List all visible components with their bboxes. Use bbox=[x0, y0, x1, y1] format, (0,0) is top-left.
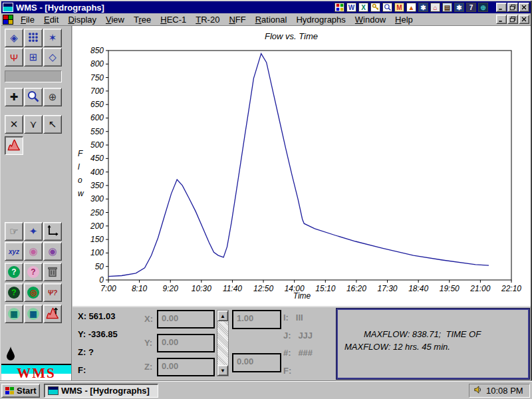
basin-data-button[interactable]: ◉ bbox=[43, 242, 62, 261]
wms-app-icon[interactable] bbox=[3, 3, 13, 12]
xy-axes-button[interactable] bbox=[43, 222, 62, 241]
menu-view[interactable]: View bbox=[101, 14, 129, 25]
excel-icon[interactable]: X bbox=[358, 3, 368, 12]
flag-j: J: JJJ bbox=[283, 331, 313, 340]
xyz-label-z: Z: bbox=[144, 362, 152, 372]
restore-button[interactable] bbox=[507, 15, 518, 24]
menu-tr-20[interactable]: TR-20 bbox=[191, 14, 224, 25]
scatter-points-button[interactable] bbox=[24, 29, 43, 47]
help-box: MAXFLOW: 838.71; TIME OF MAXFLOW: 12 hrs… bbox=[336, 309, 529, 379]
menu-hec-1[interactable]: HEC-1 bbox=[156, 14, 191, 25]
window-controls bbox=[496, 3, 529, 12]
tool-palette: WMS ◈✶Ψ⊞◇✚⊕✕⋎↖☞✦xyz◉◉???◎Ψ?▦▦ bbox=[1, 26, 72, 381]
taskbar-task-wms[interactable]: WMS - [Hydrographs] bbox=[44, 384, 158, 398]
select-vertex-button[interactable]: ✕ bbox=[5, 115, 23, 134]
nav-compass-button[interactable]: ✦ bbox=[24, 222, 43, 241]
svg-text:800: 800 bbox=[90, 59, 104, 68]
network2-icon[interactable]: ✱ bbox=[454, 3, 464, 12]
minimize-button[interactable] bbox=[496, 3, 507, 12]
menu-hydrographs[interactable]: Hydrographs bbox=[291, 14, 350, 25]
menu-rational[interactable]: Rational bbox=[251, 14, 292, 25]
basin-compute-button[interactable]: ◉ bbox=[24, 242, 43, 261]
basin-question-button[interactable]: ? bbox=[24, 263, 43, 281]
key-icon[interactable] bbox=[370, 3, 380, 12]
xyz-edit-button[interactable]: xyz bbox=[5, 242, 23, 261]
select-segment-button[interactable]: ↖ bbox=[43, 115, 62, 134]
close-button[interactable] bbox=[519, 15, 529, 24]
office-shortcut-icon[interactable] bbox=[334, 3, 344, 12]
svg-text:17:30: 17:30 bbox=[378, 284, 398, 293]
xyz-input-y[interactable]: 0.00 bbox=[157, 334, 215, 352]
menu-bar: FileEditDisplayViewTreeHEC-1TR-20NFFRati… bbox=[1, 13, 531, 26]
mesh-plane-button[interactable]: ◇ bbox=[43, 48, 62, 66]
value-scrollbar[interactable]: ▲ ▼ bbox=[217, 310, 229, 376]
runoff-calc-button[interactable]: ▦ bbox=[5, 305, 23, 323]
menu-tree[interactable]: Tree bbox=[129, 14, 156, 25]
media-icon[interactable]: M bbox=[394, 3, 404, 12]
pan-tool-icon: ✚ bbox=[10, 91, 19, 103]
menu-edit[interactable]: Edit bbox=[39, 14, 63, 25]
drainage-tree-button[interactable]: Ψ bbox=[5, 48, 23, 66]
menu-nff[interactable]: NFF bbox=[224, 14, 250, 25]
menu-help[interactable]: Help bbox=[390, 14, 418, 25]
svg-text:300: 300 bbox=[90, 194, 104, 203]
menu-display[interactable]: Display bbox=[63, 14, 101, 25]
xy-axes-icon bbox=[46, 224, 59, 239]
speaker-icon[interactable] bbox=[473, 385, 483, 396]
area-question-icon: ? bbox=[8, 287, 20, 299]
mailbox-icon[interactable]: ⌂ bbox=[430, 3, 440, 12]
rotate-globe-button[interactable]: ⊕ bbox=[43, 88, 62, 106]
tree-question-icon: Ψ? bbox=[48, 289, 57, 297]
interval-top-input[interactable]: 1.00 bbox=[232, 310, 281, 329]
delete-button[interactable] bbox=[43, 263, 62, 281]
zoom-tool-button[interactable] bbox=[24, 88, 43, 106]
zoom-tool-icon bbox=[27, 90, 40, 105]
find-file-icon[interactable] bbox=[382, 3, 392, 12]
select-branch-button[interactable]: ⋎ bbox=[24, 115, 43, 134]
svg-text:100: 100 bbox=[90, 248, 104, 257]
scroll-down-button[interactable]: ▼ bbox=[217, 365, 228, 376]
window-title: WMS - [Hydrographs] bbox=[16, 3, 104, 13]
water-droplet-icon bbox=[5, 346, 16, 364]
network-node-button[interactable]: ✶ bbox=[43, 29, 62, 47]
delete-icon bbox=[46, 265, 59, 280]
basin-compute-icon: ◉ bbox=[29, 245, 37, 257]
restore-button[interactable] bbox=[507, 3, 518, 12]
tin-module-button[interactable]: ◈ bbox=[5, 29, 23, 47]
rotate-globe-icon: ⊕ bbox=[49, 91, 57, 103]
bank-icon[interactable]: ▤ bbox=[442, 3, 452, 12]
network-icon[interactable]: ✱ bbox=[418, 3, 428, 12]
basin-calc-button[interactable]: ▦ bbox=[24, 305, 43, 323]
word-icon[interactable]: W bbox=[346, 3, 356, 12]
xyz-input-z[interactable]: 0.00 bbox=[157, 358, 215, 376]
svg-text:700: 700 bbox=[90, 86, 104, 96]
area-question-button[interactable]: ? bbox=[5, 283, 23, 302]
close-button[interactable] bbox=[519, 3, 529, 12]
taskbar: Start WMS - [Hydrographs] 10:08 PM bbox=[0, 381, 532, 399]
grid-module-button[interactable]: ⊞ bbox=[24, 48, 43, 66]
contour-target-icon: ◎ bbox=[27, 287, 39, 299]
start-button[interactable]: Start bbox=[1, 384, 40, 398]
hydrograph-arrow-button[interactable] bbox=[43, 305, 62, 323]
scroll-up-button[interactable]: ▲ bbox=[217, 311, 228, 321]
point-hand-button[interactable]: ☞ bbox=[5, 222, 23, 241]
shield-question-button[interactable]: ? bbox=[5, 263, 23, 281]
hydrograph-tool-button[interactable] bbox=[5, 136, 23, 155]
program-icon[interactable] bbox=[3, 15, 13, 25]
office-shortcut-bar: WXM▲✱⌂▤✱7⊕ bbox=[334, 3, 488, 12]
clock-icon[interactable]: 7 bbox=[466, 3, 476, 12]
minimize-button[interactable] bbox=[496, 15, 507, 24]
interval-bottom-input[interactable]: 0.00 bbox=[232, 353, 281, 372]
xyz-label-x: X: bbox=[144, 314, 153, 324]
menu-file[interactable]: File bbox=[16, 14, 39, 25]
task-label: WMS - [Hydrographs] bbox=[61, 386, 150, 396]
globe-find-icon[interactable]: ⊕ bbox=[478, 3, 488, 12]
scatter-points-icon bbox=[27, 31, 40, 46]
fox-icon[interactable]: ▲ bbox=[406, 3, 416, 12]
contour-target-button[interactable]: ◎ bbox=[24, 283, 43, 302]
tree-question-button[interactable]: Ψ? bbox=[43, 283, 62, 302]
menu-window[interactable]: Window bbox=[350, 14, 390, 25]
xyz-input-x[interactable]: 0.00 bbox=[157, 310, 215, 329]
svg-text:9:20: 9:20 bbox=[163, 284, 179, 293]
pan-tool-button[interactable]: ✚ bbox=[5, 88, 23, 106]
